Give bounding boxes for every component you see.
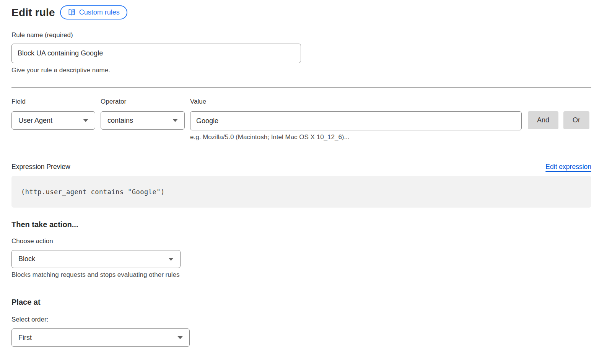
operator-column: Operator contains: [101, 98, 185, 130]
value-label: Value: [190, 98, 522, 106]
chevron-down-icon: [177, 336, 183, 339]
field-select[interactable]: User Agent: [11, 111, 95, 130]
page-title: Edit rule: [11, 6, 55, 19]
action-section: Then take action... Choose action Block …: [11, 220, 607, 279]
place-at-heading: Place at: [11, 298, 607, 307]
value-input[interactable]: [190, 111, 522, 130]
rule-name-section: Rule name (required) Give your rule a de…: [11, 31, 607, 74]
expression-code: (http.user_agent contains "Google"): [21, 188, 165, 196]
action-helper: Blocks matching requests and stops evalu…: [11, 271, 607, 279]
or-button[interactable]: Or: [563, 111, 589, 129]
value-helper: e.g. Mozilla/5.0 (Macintosh; Intel Mac O…: [190, 133, 522, 141]
condition-builder-row: Field User Agent Operator contains Value…: [11, 98, 607, 141]
expression-preview-section: Expression Preview Edit expression (http…: [11, 163, 607, 208]
rule-name-label: Rule name (required): [11, 31, 607, 39]
custom-rules-docs-button[interactable]: Custom rules: [60, 5, 127, 20]
and-button[interactable]: And: [528, 111, 558, 129]
chevron-down-icon: [83, 119, 88, 122]
edit-expression-link[interactable]: Edit expression: [545, 163, 591, 171]
operator-select-value: contains: [107, 117, 133, 125]
field-column: Field User Agent: [11, 98, 95, 130]
edit-rule-page: Edit rule Custom rules Rule name (requir…: [0, 0, 607, 347]
rule-name-input[interactable]: [11, 44, 301, 63]
choose-action-label: Choose action: [11, 237, 607, 245]
field-label: Field: [11, 98, 95, 106]
rule-name-helper: Give your rule a descriptive name.: [11, 67, 607, 74]
field-select-value: User Agent: [18, 117, 52, 125]
expression-preview-header: Expression Preview Edit expression: [11, 163, 591, 171]
open-book-icon: [68, 8, 76, 16]
action-select[interactable]: Block: [11, 250, 181, 268]
placement-section: Place at Select order: First: [11, 298, 607, 347]
expression-preview-code-block: (http.user_agent contains "Google"): [11, 176, 591, 208]
operator-label: Operator: [101, 98, 185, 106]
custom-rules-label: Custom rules: [79, 8, 120, 16]
chevron-down-icon: [172, 119, 178, 122]
page-header: Edit rule Custom rules: [11, 5, 607, 20]
action-select-value: Block: [18, 255, 35, 263]
action-heading: Then take action...: [11, 220, 607, 229]
select-order-label: Select order:: [11, 316, 607, 323]
order-select-value: First: [18, 334, 32, 342]
section-divider: [11, 87, 591, 88]
connector-buttons: And Or: [528, 111, 589, 129]
chevron-down-icon: [168, 258, 174, 261]
value-column: Value e.g. Mozilla/5.0 (Macintosh; Intel…: [190, 98, 522, 141]
order-select[interactable]: First: [11, 328, 190, 347]
operator-select[interactable]: contains: [101, 111, 185, 130]
expression-preview-label: Expression Preview: [11, 163, 70, 171]
